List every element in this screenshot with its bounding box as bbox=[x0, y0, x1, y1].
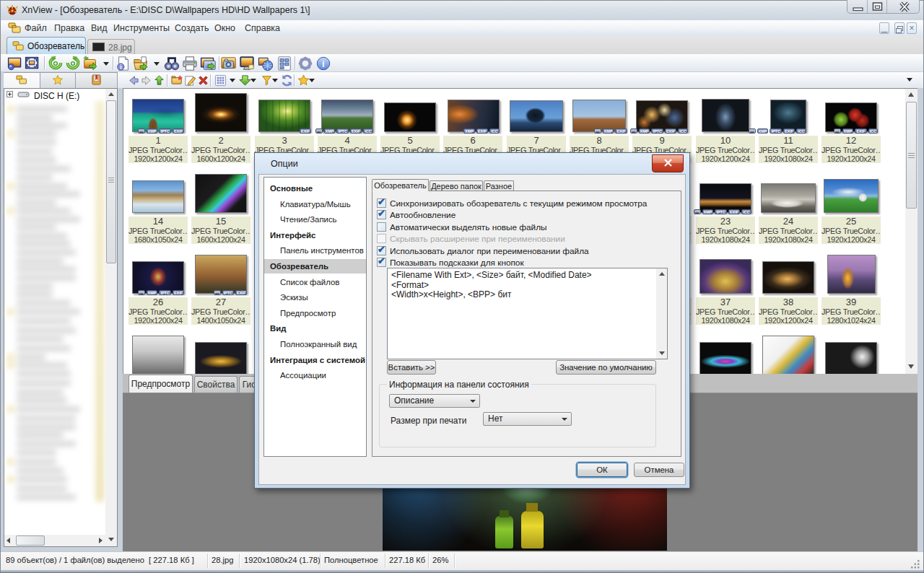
svg-text:i: i bbox=[120, 64, 121, 71]
svg-text:i: i bbox=[322, 59, 324, 69]
